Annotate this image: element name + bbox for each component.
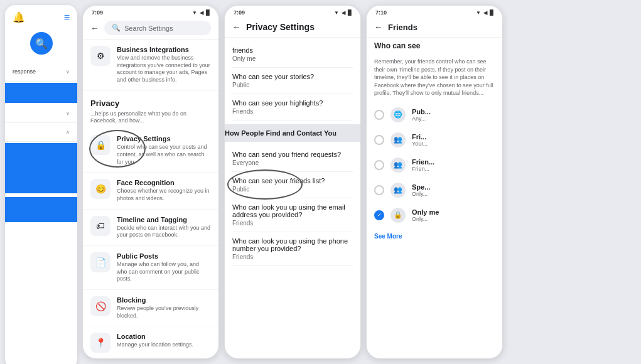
phone-settings: 7:09 ▼ ◀ ▉ ← 🔍 Search Settings ⚙ Busines… — [80, 0, 222, 364]
phone-privacy-settings: 7:09 ▼ ◀ ▉ ← Privacy Settings friends On… — [222, 0, 364, 364]
highlight-circle-2 — [227, 169, 303, 200]
radio-sublabel-only-me: Only... — [412, 216, 495, 222]
see-more-link[interactable]: See More — [367, 228, 502, 245]
settings-list-item-business[interactable]: ⚙ Business Integrations View and remove … — [83, 40, 218, 91]
settings-item-title: Business Integrations — [117, 46, 211, 53]
face-recognition-title: Face Recognition — [117, 179, 211, 186]
privacy-item-phone-lookup[interactable]: Who can look you up using the phone numb… — [232, 232, 353, 266]
privacy-item-friends-list[interactable]: Who can see your friends list? Public — [232, 172, 353, 198]
privacy-item-q-phone: Who can look you up using the phone numb… — [232, 237, 353, 252]
radio-option-friends-except[interactable]: 👥 Frien... Frien... — [367, 153, 502, 178]
signal-icon: ◀ — [200, 10, 203, 16]
sidebar-search-button[interactable]: 🔍 — [30, 32, 53, 55]
privacy-item-stories[interactable]: Who can see your stories? Public — [232, 68, 353, 94]
privacy-item-question-highlights: Who can see your highlights? — [232, 99, 353, 107]
status-icons: ▼ ◀ ▉ — [192, 10, 210, 16]
privacy-item-friends[interactable]: friends Only me — [232, 41, 353, 68]
search-placeholder: Search Settings — [124, 24, 173, 32]
privacy-header: ← Privacy Settings — [225, 17, 360, 38]
settings-content: ⚙ Business Integrations View and remove … — [83, 40, 218, 358]
battery-icon-4: ▉ — [490, 10, 493, 16]
search-icon: 🔍 — [112, 24, 121, 32]
radio-option-friends[interactable]: 👥 Fri... Your... — [367, 127, 502, 153]
contact-items-section: Who can send you friend requests? Everyo… — [225, 142, 360, 270]
back-arrow-icon[interactable]: ← — [90, 23, 99, 33]
location-desc: Manage your location settings. — [117, 341, 211, 349]
wifi-icon: ▼ — [192, 10, 197, 16]
privacy-item-email-lookup[interactable]: Who can look you up using the email addr… — [232, 198, 353, 232]
privacy-settings-title-3: Privacy Settings — [246, 22, 315, 32]
privacy-item-q-email: Who can look you up using the email addr… — [232, 203, 353, 218]
radio-circle-friends-except[interactable] — [374, 160, 384, 170]
blocking-icon: 🚫 — [90, 296, 110, 316]
timeline-tagging-content: Timeline and Tagging Decide who can inte… — [117, 216, 211, 239]
radio-option-specific[interactable]: 👥 Spe... Only... — [367, 178, 502, 203]
sidebar-list-item[interactable]: ∧ — [5, 123, 77, 142]
radio-option-only-me[interactable]: 🔒 Only me Only... — [367, 203, 502, 228]
settings-list-item-location[interactable]: 📍 Location Manage your location settings… — [83, 326, 218, 358]
timeline-tagging-desc: Decide who can interact with you and you… — [117, 225, 211, 239]
chevron-up-icon: ∧ — [66, 129, 70, 135]
blocking-desc: Review people you've previously blocked. — [117, 305, 211, 319]
public-icon: 🌐 — [391, 107, 406, 122]
sidebar-blue-block-3 — [5, 197, 77, 222]
radio-option-public[interactable]: 🌐 Pub... Any... — [367, 102, 502, 127]
radio-text-friends-except: Frien... Frien... — [412, 158, 495, 172]
settings-list-item-timeline[interactable]: 🏷 Timeline and Tagging Decide who can in… — [83, 210, 218, 246]
search-input[interactable]: 🔍 Search Settings — [104, 21, 211, 35]
settings-list-item-privacy[interactable]: 🔒 Privacy Settings Control who can see y… — [83, 129, 218, 173]
privacy-item-highlights[interactable]: Who can see your highlights? Friends — [232, 94, 353, 120]
radio-label-specific: Spe... — [412, 183, 495, 191]
radio-circle-friends[interactable] — [374, 135, 384, 145]
status-icons-3: ▼ ◀ ▉ — [334, 10, 352, 16]
settings-list-item-public-posts[interactable]: 📄 Public Posts Manage who can follow you… — [83, 246, 218, 290]
privacy-item-answer-stories: Public — [232, 82, 353, 88]
timeline-tagging-title: Timeline and Tagging — [117, 216, 211, 223]
sidebar-list-item[interactable]: response ∨ — [5, 62, 77, 82]
privacy-item-friend-requests[interactable]: Who can send you friend requests? Everyo… — [232, 146, 353, 172]
radio-label-only-me: Only me — [412, 208, 495, 216]
settings-search-bar: ← 🔍 Search Settings — [83, 17, 218, 40]
public-posts-content: Public Posts Manage who can follow you, … — [117, 252, 211, 283]
radio-circle-specific[interactable] — [374, 185, 384, 195]
privacy-item-question: friends — [232, 46, 353, 54]
public-posts-icon: 📄 — [90, 252, 110, 272]
only-me-icon: 🔒 — [391, 208, 406, 223]
radio-text-only-me: Only me Only... — [412, 208, 495, 222]
back-arrow-icon-4[interactable]: ← — [374, 22, 383, 32]
bell-icon[interactable]: 🔔 — [13, 11, 25, 23]
radio-text-friends: Fri... Your... — [412, 133, 495, 147]
business-integrations-icon: ⚙ — [90, 46, 110, 66]
menu-icon[interactable]: ≡ — [64, 12, 70, 23]
sidebar-list-item[interactable]: ∨ — [5, 104, 77, 123]
settings-list-item-face[interactable]: 😊 Face Recognition Choose whether we rec… — [83, 173, 218, 209]
friends-except-icon: 👥 — [391, 158, 406, 173]
radio-sublabel-friends-except: Frien... — [412, 166, 495, 172]
location-icon: 📍 — [90, 333, 110, 353]
who-see-content: Who can see Remember, your friends contr… — [367, 38, 502, 358]
location-content: Location Manage your location settings. — [117, 333, 211, 349]
privacy-settings-icon: 🔒 — [90, 135, 110, 155]
time-display-3: 7:09 — [234, 9, 245, 16]
phone-who-can-see: 7:10 ▼ ◀ ▉ ← Friends Who can see Remembe… — [364, 0, 505, 364]
radio-sublabel-specific: Only... — [412, 191, 495, 197]
privacy-settings-desc: Control who can see your posts and conte… — [117, 144, 211, 166]
chevron-down-icon: ∨ — [66, 110, 70, 116]
settings-item-desc: View and remove the business integration… — [117, 55, 211, 84]
signal-icon-3: ◀ — [342, 10, 345, 16]
privacy-item-q-friends-list: Who can see your friends list? — [232, 177, 353, 185]
radio-circle-only-me[interactable] — [374, 210, 384, 220]
back-arrow-icon-3[interactable]: ← — [232, 22, 241, 32]
timeline-tagging-icon: 🏷 — [90, 216, 110, 236]
privacy-items-section: friends Only me Who can see your stories… — [225, 38, 360, 124]
settings-list-item-blocking[interactable]: 🚫 Blocking Review people you've previous… — [83, 290, 218, 326]
time-display: 7:09 — [92, 9, 103, 16]
privacy-settings-title: Privacy Settings — [117, 135, 211, 142]
privacy-item-answer-highlights: Friends — [232, 108, 353, 115]
status-bar: 7:09 ▼ ◀ ▉ — [83, 6, 218, 17]
signal-icon-4: ◀ — [483, 10, 487, 16]
who-see-header: ← Friends — [367, 17, 502, 38]
radio-circle-public[interactable] — [374, 110, 384, 120]
status-bar-4: 7:10 ▼ ◀ ▉ — [367, 6, 502, 17]
section-sub-privacy: ...helps us personalize what you do on F… — [83, 110, 218, 129]
